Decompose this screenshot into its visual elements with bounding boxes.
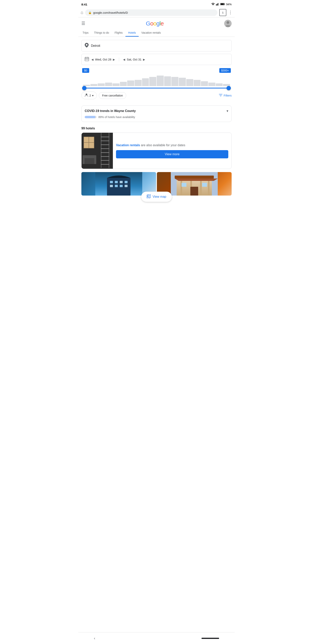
price-histogram <box>82 74 231 86</box>
view-map-container: View map <box>78 192 235 202</box>
svg-rect-36 <box>101 148 109 149</box>
price-bar <box>186 79 193 86</box>
price-max-label: $300+ <box>219 68 231 73</box>
svg-rect-1 <box>217 4 217 6</box>
svg-rect-45 <box>120 181 123 183</box>
location-pin-icon <box>85 43 89 48</box>
svg-rect-17 <box>88 59 88 60</box>
availability-text: 89% of hotels have availability <box>98 116 135 118</box>
vacation-regular-text: are also available for your dates <box>140 144 185 147</box>
url-text: google.com/travel/hotels/D <box>93 11 128 14</box>
price-bar <box>149 77 156 86</box>
svg-rect-6 <box>221 3 224 5</box>
map-icon <box>147 194 151 199</box>
google-logo: Google <box>146 20 164 27</box>
view-map-label: View map <box>153 195 166 198</box>
check-out-date: Sat, Oct 31 <box>127 58 141 61</box>
browser-menu-icon[interactable]: ⋮ <box>228 10 232 15</box>
svg-rect-33 <box>101 137 109 137</box>
guests-count: 2 <box>89 94 91 97</box>
price-bar <box>105 82 112 86</box>
hotels-count: 99 hotels <box>78 125 235 132</box>
date-input[interactable]: ◀ Wed, Oct 28 ▶ ◀ Sat, Oct 31 ▶ <box>81 54 232 65</box>
tab-vacation-rentals[interactable]: Vacation rentals <box>139 29 164 36</box>
svg-point-18 <box>86 94 87 95</box>
nav-tabs: Trips Things to do Flights Hotels Vacati… <box>78 29 235 37</box>
price-bar <box>90 84 97 86</box>
wifi-icon <box>211 3 215 6</box>
price-bar <box>98 84 105 86</box>
svg-rect-64 <box>147 196 148 196</box>
svg-rect-30 <box>94 156 96 164</box>
svg-point-10 <box>86 44 87 46</box>
price-slider-track[interactable] <box>83 88 230 88</box>
view-more-button[interactable]: View more <box>116 150 228 158</box>
price-bar <box>216 84 223 86</box>
vacation-text: Vacation rentals are also available for … <box>116 143 228 148</box>
price-min-label: $0 <box>82 68 89 73</box>
tab-flights[interactable]: Flights <box>112 29 125 36</box>
check-out-next[interactable]: ▶ <box>143 58 145 61</box>
svg-rect-39 <box>101 160 109 161</box>
svg-rect-15 <box>85 59 86 60</box>
tab-button[interactable]: 1 <box>219 9 226 16</box>
price-bar <box>135 80 142 86</box>
price-bar <box>208 82 215 86</box>
check-out-prev[interactable]: ◀ <box>123 58 125 61</box>
avatar[interactable] <box>224 20 232 27</box>
price-bar <box>164 76 171 86</box>
check-in-prev[interactable]: ◀ <box>91 58 93 61</box>
status-icons: 94% <box>211 3 232 6</box>
vacation-bold-text: Vacation rentals <box>116 144 140 147</box>
free-cancellation-filter[interactable]: Free cancellation <box>99 92 126 99</box>
guests-dropdown-icon: ▾ <box>92 94 93 97</box>
hotels-count-text: 99 hotels <box>81 127 95 130</box>
vacation-content: Vacation rentals are also available for … <box>113 133 231 169</box>
price-bar <box>201 81 208 86</box>
search-section: Detroit ◀ Wed, Oct 28 ▶ <box>78 37 235 102</box>
svg-point-8 <box>227 21 229 24</box>
svg-rect-5 <box>224 4 225 4</box>
svg-rect-16 <box>87 59 87 60</box>
svg-rect-37 <box>101 152 109 153</box>
browser-bar: ⌂ 🔒 google.com/travel/hotels/D 1 ⋮ <box>78 8 235 18</box>
battery-icon <box>220 3 225 6</box>
tab-things-to-do[interactable]: Things to do <box>91 29 112 36</box>
view-map-button[interactable]: View map <box>141 192 172 202</box>
svg-rect-34 <box>101 140 109 141</box>
check-in-nav[interactable]: ◀ Wed, Oct 28 ▶ <box>91 58 115 61</box>
svg-rect-47 <box>110 185 113 187</box>
svg-rect-2 <box>218 3 218 6</box>
calendar-icon <box>85 57 89 62</box>
covid-card: COVID-19 trends in Wayne County ▾ 89% of… <box>81 106 232 122</box>
filters-button[interactable]: Filters <box>219 94 232 97</box>
svg-rect-48 <box>115 185 118 187</box>
tab-hotels[interactable]: Hotels <box>125 29 139 36</box>
filters-label: Filters <box>224 94 232 97</box>
check-out-nav[interactable]: ◀ Sat, Oct 31 ▶ <box>123 58 145 61</box>
location-input[interactable]: Detroit <box>81 40 232 52</box>
price-bar <box>142 78 149 86</box>
price-slider-min[interactable] <box>82 86 86 90</box>
guests-filter[interactable]: 2 ▾ <box>81 92 97 99</box>
home-icon[interactable]: ⌂ <box>81 10 83 15</box>
price-bar <box>157 76 164 86</box>
svg-rect-29 <box>82 156 84 164</box>
svg-rect-59 <box>182 183 186 187</box>
price-bar <box>194 80 201 86</box>
svg-rect-35 <box>101 144 109 145</box>
svg-rect-38 <box>101 156 109 157</box>
filter-row: 2 ▾ Free cancellation Filters <box>81 92 232 99</box>
covid-title: COVID-19 trends in Wayne County <box>85 109 136 113</box>
person-icon <box>85 93 88 98</box>
lock-icon: 🔒 <box>88 11 92 14</box>
tab-trips[interactable]: Trips <box>80 29 91 36</box>
price-slider-max[interactable] <box>227 86 231 90</box>
hamburger-icon[interactable]: ☰ <box>81 21 85 26</box>
covid-header: COVID-19 trends in Wayne County ▾ <box>85 109 228 113</box>
url-bar[interactable]: 🔒 google.com/travel/hotels/D <box>85 10 217 16</box>
check-in-next[interactable]: ▶ <box>113 58 115 61</box>
status-bar: 8:41 <box>78 0 235 8</box>
price-labels: $0 $300+ <box>82 68 231 73</box>
covid-expand-icon[interactable]: ▾ <box>227 109 228 113</box>
